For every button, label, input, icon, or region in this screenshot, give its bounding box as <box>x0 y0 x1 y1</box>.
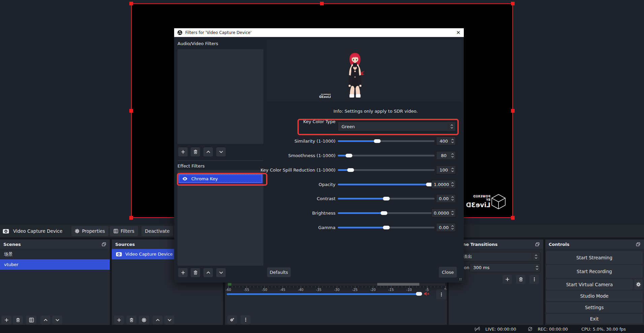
effect-filter-up-button[interactable] <box>203 268 213 277</box>
volume-slider-handle[interactable] <box>416 292 422 296</box>
popout-icon[interactable] <box>101 242 106 247</box>
resize-handle-right-center[interactable] <box>511 109 515 113</box>
spin-down-icon[interactable] <box>451 141 454 143</box>
exit-button[interactable]: Exit <box>546 314 643 324</box>
opacity-slider[interactable] <box>338 179 434 189</box>
spin-down-icon[interactable] <box>451 213 454 215</box>
slider-fill <box>338 155 346 156</box>
spin-up-icon[interactable] <box>451 182 454 184</box>
effect-filter-down-button[interactable] <box>216 268 226 277</box>
add-effect-filter-button[interactable] <box>178 268 188 277</box>
add-transition-button[interactable] <box>503 275 512 284</box>
spin-up-icon[interactable] <box>451 153 454 155</box>
dialog-titlebar[interactable]: Filters for 'Video Capture Device' ✕ <box>174 28 464 37</box>
settings-button[interactable]: Settings <box>546 302 643 312</box>
slider-handle[interactable] <box>346 154 352 157</box>
filters-button[interactable]: Filters <box>110 226 138 236</box>
popout-icon[interactable] <box>636 242 641 247</box>
properties-button[interactable]: Properties <box>71 226 108 236</box>
deactivate-label: Deactivate <box>145 228 169 234</box>
resize-handle-top-left[interactable] <box>129 2 133 5</box>
key-color-spill-reduction-label: Key Color Spill Reduction (1-1000) <box>242 165 335 175</box>
contrast-slider[interactable] <box>338 193 434 204</box>
start-streaming-button[interactable]: Start Streaming <box>546 251 643 264</box>
spin-down-icon[interactable] <box>451 185 454 187</box>
transition-select[interactable]: 淡出 <box>451 252 540 261</box>
similarity-slider[interactable] <box>338 136 434 146</box>
spin-up-icon[interactable] <box>451 225 454 227</box>
start-streaming-button-label: Start Streaming <box>576 255 612 260</box>
spin-down-icon[interactable] <box>451 228 454 230</box>
resize-handle-bottom-left[interactable] <box>129 216 133 220</box>
value-text: 80 <box>437 153 450 158</box>
popout-icon[interactable] <box>535 242 540 247</box>
opacity-value[interactable]: 1.0000 <box>431 180 456 189</box>
scene-up-button[interactable] <box>40 316 51 325</box>
scene-filters-button[interactable] <box>26 316 36 325</box>
slider-handle[interactable] <box>381 211 387 215</box>
add-source-button[interactable] <box>114 316 124 325</box>
resize-handle-bottom-right[interactable] <box>511 216 515 220</box>
rec-status: REC: 00:00:00 <box>538 327 568 332</box>
resize-grip[interactable] <box>459 278 462 281</box>
slider-handle[interactable] <box>383 226 390 229</box>
spin-down-icon[interactable] <box>536 268 539 270</box>
dialog-close-button[interactable]: ✕ <box>456 30 460 35</box>
deactivate-button[interactable]: Deactivate <box>141 226 173 236</box>
add-scene-button[interactable] <box>1 316 11 325</box>
key-color-type-select[interactable]: Green <box>338 121 456 132</box>
smoothness-value[interactable]: 80 <box>436 151 456 160</box>
scenes-panel: Scenes 场景vtuber <box>0 239 110 325</box>
contrast-value[interactable]: 0.00 <box>436 194 456 203</box>
spin-up-icon[interactable] <box>536 265 539 267</box>
spin-down-icon[interactable] <box>451 156 454 158</box>
spin-down-icon[interactable] <box>451 199 454 201</box>
similarity-value[interactable]: 400 <box>436 137 456 145</box>
resize-handle-left-center[interactable] <box>129 109 133 113</box>
remove-effect-filter-button[interactable] <box>191 268 200 277</box>
spin-down-icon[interactable] <box>451 170 454 172</box>
mixer-item-menu-button[interactable] <box>436 289 446 299</box>
virtual-camera-settings-button[interactable] <box>634 279 643 290</box>
source-up-button[interactable] <box>153 316 163 325</box>
transition-menu-button[interactable] <box>529 275 539 284</box>
brightness-slider[interactable] <box>338 208 434 218</box>
slider-handle[interactable] <box>374 139 381 143</box>
gamma-value[interactable]: 0.00 <box>436 223 456 232</box>
studio-mode-button[interactable]: Studio Mode <box>546 291 643 301</box>
source-item-label: Video Capture Device <box>125 252 173 257</box>
volume-slider[interactable] <box>227 293 422 295</box>
spin-up-icon[interactable] <box>451 139 454 141</box>
slider-handle[interactable] <box>383 197 390 200</box>
source-down-button[interactable] <box>164 316 174 325</box>
gamma-slider[interactable] <box>338 222 434 232</box>
smoothness-slider[interactable] <box>338 150 434 160</box>
mute-icon[interactable] <box>423 291 430 297</box>
scene-item-1[interactable]: 场景 <box>0 249 110 259</box>
start-virtual-camera-button[interactable]: Start Virtual Camera <box>546 279 633 290</box>
key-color-spill-reduction-value[interactable]: 100 <box>436 165 456 174</box>
scene-down-button[interactable] <box>52 316 62 325</box>
audio-video-filters-list[interactable] <box>178 49 263 144</box>
remove-source-button[interactable] <box>126 316 136 325</box>
key-color-spill-reduction-slider[interactable] <box>338 165 434 175</box>
scene-item-2[interactable]: vtuber <box>0 259 110 270</box>
resize-handle-top-center[interactable] <box>320 2 324 5</box>
start-recording-button[interactable]: Start Recording <box>546 265 643 278</box>
resize-handle-top-right[interactable] <box>511 2 515 5</box>
duration-spinbox[interactable]: 300 ms <box>470 263 540 272</box>
spin-up-icon[interactable] <box>451 168 454 170</box>
brightness-value[interactable]: 0.0000 <box>431 209 456 217</box>
spin-up-icon[interactable] <box>451 196 454 198</box>
close-button[interactable]: Close <box>439 267 457 278</box>
slider-fill <box>338 169 348 171</box>
advanced-audio-button[interactable] <box>227 315 237 324</box>
defaults-button[interactable]: Defaults <box>267 267 291 277</box>
source-properties-button[interactable] <box>139 316 149 325</box>
spin-up-icon[interactable] <box>451 211 454 213</box>
remove-scene-button[interactable] <box>13 316 23 325</box>
mixer-menu-button[interactable] <box>240 315 251 324</box>
remove-transition-button[interactable] <box>516 275 525 284</box>
duration-value: 300 ms <box>470 265 535 270</box>
slider-handle[interactable] <box>347 168 354 172</box>
